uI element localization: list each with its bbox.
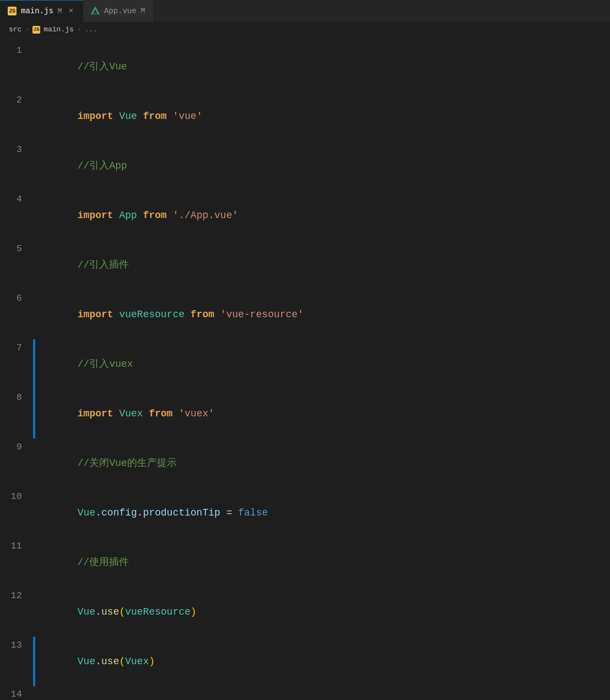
vue-file-icon — [91, 7, 100, 15]
tab-app-vue-label: App.vue — [104, 7, 137, 15]
code-line-9: 9 //关闭Vue的生产提示 — [0, 438, 610, 488]
code-line-7: 7 //引入vuex — [0, 339, 610, 389]
breadcrumb-filename: main.js — [43, 25, 74, 34]
line-num-1: 1 — [0, 42, 33, 59]
tab-main-js-badge: M — [58, 7, 62, 15]
code-line-8: 8 import Vuex from 'vuex' — [0, 389, 610, 438]
line-num-12: 12 — [0, 588, 33, 604]
tab-main-js-label: main.js — [21, 7, 53, 15]
line-num-5: 5 — [0, 241, 33, 257]
line-num-11: 11 — [0, 538, 33, 555]
line-num-13: 13 — [0, 637, 33, 654]
code-line-10: 10 Vue.config.productionTip = false — [0, 488, 610, 538]
line-num-3: 3 — [0, 142, 33, 158]
code-editor[interactable]: 1 //引入Vue 2 import Vue from 'vue' 3 //引入… — [0, 37, 610, 700]
line-content-10: Vue.config.productionTip = false — [35, 488, 268, 538]
code-line-12: 12 Vue.use(vueResource) — [0, 587, 610, 637]
tab-app-vue[interactable]: App.vue M — [83, 0, 153, 22]
code-line-3: 3 //引入App — [0, 141, 610, 191]
code-line-2: 2 import Vue from 'vue' — [0, 91, 610, 141]
line-num-4: 4 — [0, 191, 33, 208]
line-content-8: import Vuex from 'vuex' — [35, 389, 214, 438]
code-line-1: 1 //引入Vue — [0, 42, 610, 91]
line-num-9: 9 — [0, 439, 33, 455]
breadcrumb-src: src — [9, 25, 21, 34]
tab-main-js-close[interactable]: × — [67, 6, 75, 17]
line-num-10: 10 — [0, 489, 33, 505]
line-content-13: Vue.use(Vuex) — [35, 637, 155, 686]
code-line-13: 13 Vue.use(Vuex) — [0, 637, 610, 686]
line-content-5: //引入插件 — [35, 240, 129, 290]
breadcrumb: src › JS main.js › ... — [0, 22, 610, 37]
line-content-1: //引入Vue — [35, 42, 127, 91]
code-line-5: 5 //引入插件 — [0, 240, 610, 290]
line-content-4: import App from './App.vue' — [35, 191, 238, 240]
tab-app-vue-badge: M — [141, 7, 145, 15]
line-num-6: 6 — [0, 290, 33, 307]
line-num-7: 7 — [0, 340, 33, 356]
breadcrumb-js-icon: JS — [32, 26, 40, 34]
line-indicator-14 — [33, 686, 35, 700]
line-content-7: //引入vuex — [35, 339, 133, 389]
line-content-11: //使用插件 — [35, 538, 129, 587]
line-num-2: 2 — [0, 92, 33, 108]
tab-main-js[interactable]: JS main.js M × — [0, 0, 83, 22]
code-line-14: 14 — [0, 686, 610, 700]
line-content-6: import vueResource from 'vue-resource' — [35, 290, 303, 339]
line-content-3: //引入App — [35, 141, 127, 191]
breadcrumb-sep-2: › — [77, 25, 81, 34]
line-num-8: 8 — [0, 389, 33, 406]
js-file-icon: JS — [8, 7, 17, 15]
line-content-12: Vue.use(vueResource) — [35, 587, 197, 637]
breadcrumb-dots: ... — [85, 25, 97, 34]
code-line-11: 11 //使用插件 — [0, 538, 610, 587]
code-line-6: 6 import vueResource from 'vue-resource' — [0, 290, 610, 339]
breadcrumb-sep-1: › — [25, 25, 29, 34]
line-content-2: import Vue from 'vue' — [35, 91, 203, 141]
code-line-4: 4 import App from './App.vue' — [0, 191, 610, 240]
line-num-14: 14 — [0, 686, 33, 700]
tab-bar: JS main.js M × App.vue M — [0, 0, 610, 22]
line-content-9: //关闭Vue的生产提示 — [35, 438, 177, 488]
